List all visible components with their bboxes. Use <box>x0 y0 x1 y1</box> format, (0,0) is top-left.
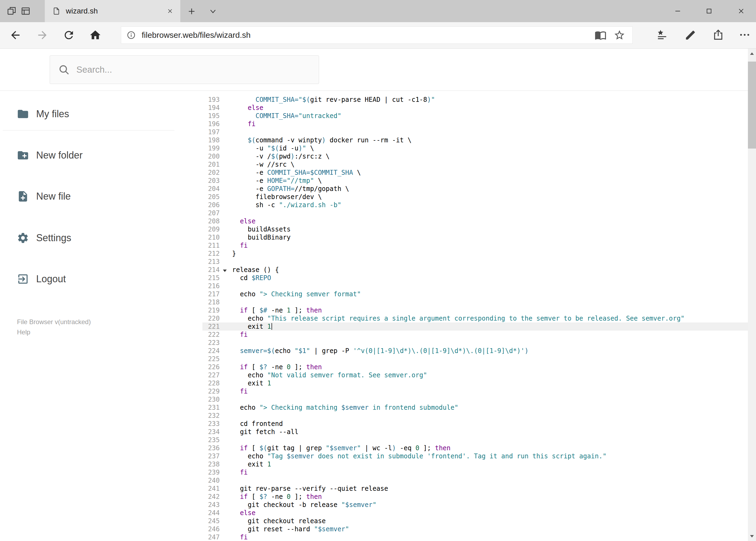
code-line[interactable]: 204 -e GOPATH=//tmp/gopath \ <box>202 185 748 193</box>
code-line[interactable]: 244 else <box>202 509 748 517</box>
line-number: 222 <box>202 330 220 339</box>
code-line[interactable]: 208 else <box>202 217 748 225</box>
close-window-button[interactable] <box>726 0 756 22</box>
code-line[interactable]: 218 <box>202 298 748 306</box>
help-link[interactable]: Help <box>17 328 30 336</box>
code-text: else <box>232 509 256 517</box>
code-line[interactable]: 221 exit 1 <box>202 322 748 330</box>
code-line[interactable]: 231 echo "> Checking matching $semver in… <box>202 403 748 412</box>
fold-gutter <box>220 193 232 201</box>
code-line[interactable]: 195 COMMIT_SHA="untracked" <box>202 112 748 120</box>
reading-view-button[interactable] <box>595 29 607 41</box>
code-line[interactable]: 203 -e HOME="//tmp" \ <box>202 177 748 185</box>
tab-close-button[interactable] <box>165 6 175 16</box>
code-line[interactable]: 194 else <box>202 104 748 112</box>
forward-button[interactable] <box>36 29 49 41</box>
code-line[interactable]: 232 <box>202 412 748 420</box>
code-line[interactable]: 230 <box>202 395 748 403</box>
fold-gutter <box>220 444 232 452</box>
tab-preview-toggle[interactable] <box>209 8 217 15</box>
code-text: echo "> Checking matching $semver in fro… <box>232 403 458 412</box>
code-line[interactable]: 217 echo "> Checking semver format" <box>202 290 748 298</box>
code-line[interactable]: 213 <box>202 258 748 266</box>
tabs-set-aside-list-button[interactable] <box>21 6 31 16</box>
code-line[interactable]: 235 <box>202 436 748 444</box>
code-line[interactable]: 198 $(command -v winpty) docker run --rm… <box>202 136 748 144</box>
code-line[interactable]: 210 buildBinary <box>202 234 748 242</box>
code-line[interactable]: 205 filebrowser/dev \ <box>202 193 748 201</box>
code-line[interactable]: 220 echo "This release script requires a… <box>202 314 748 322</box>
set-tabs-aside-button[interactable] <box>6 6 17 16</box>
sidebar-item-new-folder[interactable]: New folder <box>0 144 202 167</box>
code-line[interactable]: 206 sh -c "./wizard.sh -b" <box>202 201 748 209</box>
code-line[interactable]: 202 -e COMMIT_SHA=$COMMIT_SHA \ <box>202 169 748 177</box>
code-line[interactable]: 243 git checkout -b release "$semver" <box>202 501 748 509</box>
code-line[interactable]: 201 -w //src \ <box>202 161 748 169</box>
sidebar-item-my-files[interactable]: My files <box>0 102 202 126</box>
code-line[interactable]: 215 cd $REPO <box>202 274 748 282</box>
code-line[interactable]: 214release () { <box>202 266 748 274</box>
browser-tab[interactable]: wizard.sh <box>45 0 180 22</box>
scrollbar[interactable] <box>748 49 756 541</box>
code-line[interactable]: 238 exit 1 <box>202 460 748 468</box>
code-line[interactable]: 245 git checkout release <box>202 517 748 525</box>
minimize-button[interactable] <box>664 0 692 22</box>
code-line[interactable]: 209 buildAssets <box>202 225 748 234</box>
url-text: filebrowser.web/files/wizard.sh <box>142 31 595 40</box>
code-line[interactable]: 247 fi <box>202 533 748 541</box>
refresh-button[interactable] <box>63 29 75 41</box>
code-line[interactable]: 242 if [ $? -ne 0 ]; then <box>202 493 748 501</box>
code-line[interactable]: 234 git fetch --all <box>202 428 748 436</box>
code-line[interactable]: 240 <box>202 476 748 485</box>
browser-navigation-bar: filebrowser.web/files/wizard.sh <box>0 22 756 49</box>
code-line[interactable]: 228 exit 1 <box>202 379 748 387</box>
sidebar-item-settings[interactable]: Settings <box>0 226 202 250</box>
address-bar[interactable]: filebrowser.web/files/wizard.sh <box>121 26 632 44</box>
fold-marker-icon[interactable] <box>220 266 232 274</box>
code-line[interactable]: 199 -u "$(id -u)" \ <box>202 144 748 152</box>
code-text: echo "This release script requires a sin… <box>232 314 684 322</box>
code-line[interactable]: 225 <box>202 355 748 363</box>
code-line[interactable]: 224 semver=$(echo "$1" | grep -P '^v(0|[… <box>202 347 748 355</box>
search-input[interactable]: Search... <box>50 55 319 84</box>
favorite-button[interactable] <box>614 29 626 41</box>
code-line[interactable]: 211 fi <box>202 242 748 250</box>
code-line[interactable]: 223 <box>202 339 748 347</box>
code-line[interactable]: 246 git reset --hard "$semver" <box>202 525 748 533</box>
code-editor[interactable]: 193 COMMIT_SHA="$(git rev-parse HEAD | c… <box>202 91 748 541</box>
scroll-up-button[interactable] <box>748 49 756 58</box>
fold-gutter <box>220 314 232 322</box>
code-line[interactable]: 216 <box>202 282 748 290</box>
code-line[interactable]: 229 fi <box>202 387 748 395</box>
scroll-down-button[interactable] <box>748 531 756 541</box>
scrollbar-thumb[interactable] <box>748 62 756 149</box>
more-options-button[interactable] <box>738 29 751 41</box>
sidebar-item-logout[interactable]: Logout <box>0 267 202 291</box>
code-line[interactable]: 200 -v /$(pwd):/src:z \ <box>202 152 748 161</box>
hub-button[interactable] <box>656 29 668 41</box>
code-line[interactable]: 226 if [ $? -ne 0 ]; then <box>202 363 748 371</box>
share-button[interactable] <box>712 29 724 41</box>
code-line[interactable]: 237 echo "Tag $semver does not exist in … <box>202 452 748 460</box>
code-line[interactable]: 236 if [ $(git tag | grep "$semver" | wc… <box>202 444 748 452</box>
fold-gutter <box>220 306 232 314</box>
code-line[interactable]: 241 git rev-parse --verify --quiet relea… <box>202 485 748 493</box>
code-line[interactable]: 212} <box>202 250 748 258</box>
web-note-button[interactable] <box>684 29 697 42</box>
new-tab-button[interactable] <box>187 6 196 16</box>
hub-favorites-icon <box>656 29 668 41</box>
maximize-button[interactable] <box>695 0 723 22</box>
code-line[interactable]: 233 cd frontend <box>202 420 748 428</box>
code-line[interactable]: 219 if [ $# -ne 1 ]; then <box>202 306 748 314</box>
code-line[interactable]: 193 COMMIT_SHA="$(git rev-parse HEAD | c… <box>202 96 748 104</box>
code-line[interactable]: 222 fi <box>202 330 748 339</box>
code-line[interactable]: 197 <box>202 128 748 136</box>
back-button[interactable] <box>9 29 22 41</box>
site-info-icon[interactable] <box>126 31 136 40</box>
code-line[interactable]: 207 <box>202 209 748 217</box>
code-line[interactable]: 239 fi <box>202 468 748 476</box>
home-button[interactable] <box>89 29 102 41</box>
code-line[interactable]: 196 fi <box>202 120 748 128</box>
sidebar-item-new-file[interactable]: New file <box>0 185 202 208</box>
code-line[interactable]: 227 echo "Not valid semver format. See s… <box>202 371 748 379</box>
